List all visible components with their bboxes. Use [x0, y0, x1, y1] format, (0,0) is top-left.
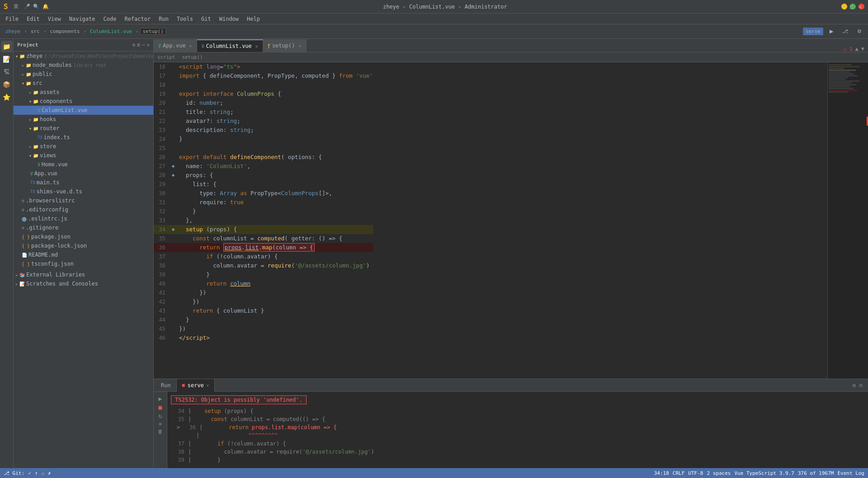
- tab-columnlist-vue[interactable]: V ColumnList.vue ✕: [197, 39, 263, 52]
- tree-item-package-lock[interactable]: { } package-lock.json: [14, 241, 153, 250]
- code-20[interactable]: id: number;: [177, 98, 373, 108]
- toolbar-git-button[interactable]: ⎇: [840, 28, 851, 35]
- code-29[interactable]: list: {: [177, 180, 373, 189]
- bottom-settings-icon[interactable]: ⚙: [853, 382, 856, 389]
- run-clear-icon[interactable]: 🗑: [158, 429, 163, 435]
- code-30[interactable]: type: Array as PropType<ColumnProps[]>,: [177, 189, 373, 198]
- project-collapse-icon[interactable]: ─: [142, 42, 145, 48]
- tree-item-eslintrc[interactable]: ⬤ .eslintrc.js: [14, 214, 153, 223]
- tree-item-home-vue[interactable]: V Home.vue: [14, 160, 153, 169]
- status-charset[interactable]: UTF-8: [688, 470, 703, 476]
- menu-view[interactable]: View: [44, 15, 65, 23]
- code-43[interactable]: return { columnList }: [177, 306, 373, 315]
- tab-close-columnlist[interactable]: ✕: [255, 44, 258, 49]
- code-33[interactable]: },: [177, 216, 373, 225]
- tree-item-tsconfig[interactable]: { } tsconfig.json: [14, 259, 153, 268]
- code-28[interactable]: props: {: [177, 171, 373, 180]
- status-language[interactable]: Vue TypeScript 3.9.7: [734, 470, 794, 476]
- toolbar-serve[interactable]: serve: [803, 28, 823, 35]
- side-icon-project[interactable]: 📁: [1, 41, 13, 52]
- code-45[interactable]: }): [177, 324, 373, 333]
- tree-item-shims[interactable]: TS shims-vue.d.ts: [14, 187, 153, 196]
- tree-item-browserslistrc[interactable]: ⚙ .browserslistrc: [14, 196, 153, 205]
- menu-help[interactable]: Help: [243, 15, 264, 23]
- side-icon-structure[interactable]: 🏗: [1, 66, 13, 78]
- tree-item-editorconfig[interactable]: ⚙ .editorconfig: [14, 205, 153, 214]
- code-25[interactable]: [177, 144, 373, 153]
- tree-item-router[interactable]: ▾ 📁 router: [14, 124, 153, 133]
- tree-item-index-ts[interactable]: TS index.ts: [14, 133, 153, 142]
- tree-item-gitignore[interactable]: ⚙ .gitignore: [14, 223, 153, 232]
- minimize-button[interactable]: ─: [841, 4, 847, 9]
- tree-item-readme[interactable]: 📄 README.md: [14, 250, 153, 259]
- run-stop-icon[interactable]: ■: [159, 404, 162, 411]
- menu-run[interactable]: Run: [155, 15, 172, 23]
- code-37[interactable]: if (!column.avatar) {: [177, 252, 373, 261]
- code-40[interactable]: return column: [177, 279, 373, 288]
- menu-file[interactable]: File: [2, 15, 22, 23]
- tab-close-setup[interactable]: ✕: [298, 43, 301, 48]
- tree-item-components[interactable]: ▾ 📁 components: [14, 97, 153, 106]
- run-restart-icon[interactable]: ↻: [159, 412, 162, 419]
- status-crlf[interactable]: CRLF: [673, 470, 685, 476]
- code-34[interactable]: setup (props) {: [177, 225, 373, 234]
- menu-edit[interactable]: Edit: [23, 15, 43, 23]
- menu-navigate[interactable]: Navigate: [66, 15, 99, 23]
- tree-item-external-libs[interactable]: ▸ 📚 External Libraries: [14, 270, 153, 279]
- code-22[interactable]: avatar?: string;: [177, 117, 373, 126]
- run-scroll-icon[interactable]: ≡: [159, 421, 162, 427]
- maximize-button[interactable]: □: [850, 4, 856, 9]
- toolbar-settings-button[interactable]: ⚙: [854, 28, 864, 35]
- tree-item-public[interactable]: ▸ 📁 public: [14, 70, 153, 79]
- code-44[interactable]: }: [177, 315, 373, 324]
- status-sync[interactable]: ↑: [35, 470, 38, 476]
- status-git[interactable]: ⎇ Git:: [4, 470, 24, 476]
- tree-item-app-vue[interactable]: V App.vue: [14, 169, 153, 178]
- side-icon-favorites[interactable]: ⭐: [1, 91, 13, 103]
- toolbar-run-button[interactable]: ▶: [827, 28, 836, 35]
- code-23[interactable]: description: string;: [177, 126, 373, 135]
- code-27[interactable]: name: 'ColumnList',: [177, 162, 373, 171]
- tree-item-store[interactable]: ▸ 📁 store: [14, 142, 153, 151]
- project-settings-icon[interactable]: ⚙: [132, 42, 136, 48]
- menu-refactor[interactable]: Refactor: [121, 15, 154, 23]
- tree-item-zheye[interactable]: ▾ 📁 zheye E:\PrivateFiles\DevFiles\Proje…: [14, 52, 153, 61]
- editor-nav-down[interactable]: ▼: [861, 46, 864, 52]
- code-41[interactable]: }): [177, 288, 373, 297]
- bottom-expand-icon[interactable]: ⊡: [859, 382, 863, 389]
- code-38[interactable]: column.avatar = require('@/assets/column…: [177, 261, 373, 270]
- bottom-tab-run[interactable]: Run: [156, 379, 177, 392]
- code-39[interactable]: }: [177, 270, 373, 279]
- project-close-icon[interactable]: ✕: [146, 42, 150, 48]
- tab-close-app-vue[interactable]: ✕: [189, 43, 192, 48]
- menu-tools[interactable]: Tools: [173, 15, 197, 23]
- menu-code[interactable]: Code: [100, 15, 120, 23]
- code-16[interactable]: <script lang="ts">: [177, 62, 373, 71]
- code-17[interactable]: import { defineComponent, PropType, comp…: [177, 71, 373, 80]
- code-21[interactable]: title: string;: [177, 108, 373, 117]
- project-expand-icon[interactable]: ≡: [137, 42, 140, 48]
- status-event-log[interactable]: Event Log: [837, 470, 864, 476]
- bottom-tab-serve-close[interactable]: ✕: [207, 383, 209, 388]
- code-35[interactable]: const columnList = computed( getter: () …: [177, 234, 373, 243]
- code-26[interactable]: export default defineComponent( options:…: [177, 153, 373, 162]
- close-button[interactable]: ✕: [859, 4, 864, 9]
- code-31[interactable]: require: true: [177, 198, 373, 207]
- status-warning[interactable]: ⚠: [41, 470, 44, 476]
- side-icon-npm[interactable]: 📦: [1, 79, 13, 90]
- code-19[interactable]: export interface ColumnProps {: [177, 89, 373, 98]
- run-play-icon[interactable]: ▶: [159, 395, 162, 402]
- tree-item-hooks[interactable]: ▸ 📁 hooks: [14, 115, 153, 124]
- tab-app-vue[interactable]: V App.vue ✕: [154, 39, 197, 52]
- toolbar-setup[interactable]: setup(): [140, 28, 165, 35]
- code-24[interactable]: }: [177, 135, 373, 144]
- code-18[interactable]: [177, 80, 373, 89]
- tab-setup[interactable]: ƒ setup() ✕: [263, 39, 307, 52]
- tree-item-node-modules[interactable]: ▸ 📁 node_modules library root: [14, 61, 153, 70]
- code-32[interactable]: }: [177, 207, 373, 216]
- tree-item-scratches[interactable]: ▸ 📝 Scratches and Consoles: [14, 279, 153, 288]
- status-indent[interactable]: 2 spaces: [707, 470, 731, 476]
- bottom-tab-serve[interactable]: ■ serve ✕: [177, 379, 215, 392]
- side-icon-commit[interactable]: 📝: [1, 53, 13, 65]
- tree-item-package-json[interactable]: { } package.json: [14, 232, 153, 241]
